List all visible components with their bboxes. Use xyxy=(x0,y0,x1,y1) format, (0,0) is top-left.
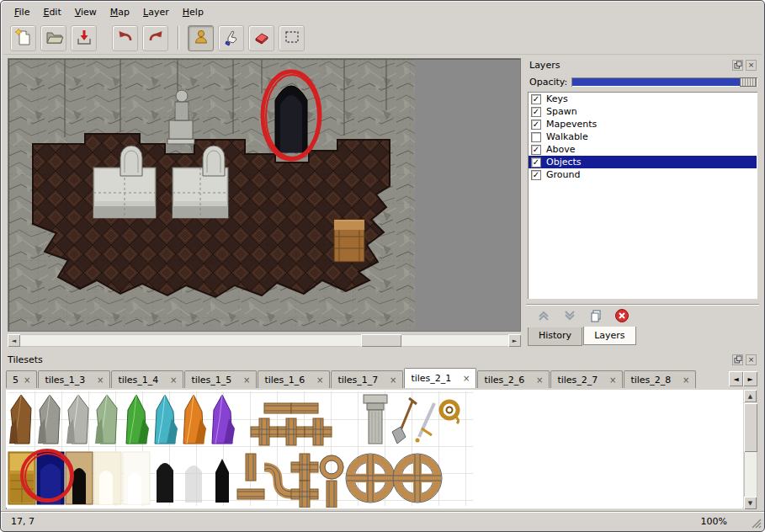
layer-name: Ground xyxy=(546,169,580,180)
open-file-button[interactable] xyxy=(40,25,66,51)
tileset-vertical-scrollbar[interactable]: ▲ ▼ xyxy=(744,390,757,509)
tileset-tab-tiles_2_8[interactable]: tiles_2_8× xyxy=(624,370,696,388)
stamp-tool-button[interactable] xyxy=(188,25,214,51)
fill-tool-icon xyxy=(222,28,241,49)
toolbar xyxy=(3,22,762,55)
duplicate-layer-button[interactable] xyxy=(587,307,605,324)
layer-name: Mapevents xyxy=(546,119,597,130)
menu-edit[interactable]: Edit xyxy=(37,4,66,20)
menu-map[interactable]: Map xyxy=(104,4,135,20)
tab-close-icon[interactable]: × xyxy=(24,375,30,385)
tab-label: tiles_1_3 xyxy=(45,375,85,386)
scroll-down-button[interactable]: ▼ xyxy=(744,497,757,509)
tileset-canvas[interactable] xyxy=(6,390,743,509)
tab-close-icon[interactable]: × xyxy=(609,375,616,385)
layer-name: Objects xyxy=(546,157,582,168)
select-tool-button[interactable] xyxy=(279,25,305,51)
opacity-slider[interactable] xyxy=(571,77,757,87)
layer-row-objects[interactable]: ✓Objects xyxy=(529,156,757,168)
fill-tool-button[interactable] xyxy=(218,25,244,51)
save-file-button[interactable] xyxy=(71,25,97,51)
tile-track-vertical[interactable] xyxy=(327,481,337,508)
layer-visibility-checkbox[interactable] xyxy=(531,132,541,142)
tileset-tab-tiles_2_7[interactable]: tiles_2_7× xyxy=(550,370,623,388)
tile-track-roundabout[interactable] xyxy=(346,454,395,503)
layer-visibility-checkbox[interactable]: ✓ xyxy=(531,157,541,168)
tab-close-icon[interactable]: × xyxy=(243,375,250,385)
layer-visibility-checkbox[interactable]: ✓ xyxy=(531,120,541,130)
tab-close-icon[interactable]: × xyxy=(536,375,543,385)
eraser-tool-button[interactable] xyxy=(248,25,274,51)
panel-tab-history[interactable]: History xyxy=(528,327,582,346)
resize-grip[interactable] xyxy=(751,518,762,529)
tile-track-straight[interactable] xyxy=(264,403,291,413)
layer-visibility-checkbox[interactable]: ✓ xyxy=(531,145,541,155)
tile-track-straight[interactable] xyxy=(237,489,264,499)
tileset-tab-tiles_1_6[interactable]: tiles_1_6× xyxy=(258,370,330,388)
tab-close-icon[interactable]: × xyxy=(390,375,396,385)
opacity-label: Opacity: xyxy=(526,77,571,88)
menu-layer[interactable]: Layer xyxy=(137,4,175,20)
scroll-left-button[interactable]: ◄ xyxy=(8,334,20,347)
tab-label: tiles_2_6 xyxy=(484,375,524,386)
scroll-up-button[interactable]: ▲ xyxy=(744,390,757,402)
menu-view[interactable]: View xyxy=(69,4,103,20)
float-panel-button[interactable] xyxy=(732,60,743,71)
layer-visibility-checkbox[interactable]: ✓ xyxy=(531,94,541,104)
tile-track-straight[interactable] xyxy=(291,403,318,413)
tab-close-icon[interactable]: × xyxy=(170,375,177,385)
tab-scroll-left-button[interactable]: ◄ xyxy=(729,371,743,386)
scroll-right-button[interactable]: ► xyxy=(508,334,521,347)
close-panel-button[interactable]: × xyxy=(746,60,757,71)
tab-close-icon[interactable]: × xyxy=(316,375,323,385)
layer-visibility-checkbox[interactable]: ✓ xyxy=(531,107,541,117)
tab-close-icon[interactable]: × xyxy=(97,375,104,385)
scroll-down-icon: ▼ xyxy=(748,500,752,507)
tileset-tabs: 5×tiles_1_3×tiles_1_4×tiles_1_5×tiles_1_… xyxy=(6,368,727,388)
layer-row-spawn[interactable]: ✓Spawn xyxy=(529,105,757,118)
scrollbar-thumb[interactable] xyxy=(744,403,757,452)
close-tilesets-button[interactable]: × xyxy=(746,354,757,365)
tileset-tab-tiles_1_4[interactable]: tiles_1_4× xyxy=(111,370,183,388)
tileset-tab-tiles_1_7[interactable]: tiles_1_7× xyxy=(331,370,403,388)
tab-close-icon[interactable]: × xyxy=(463,374,470,383)
tile-door-pale[interactable] xyxy=(94,452,121,504)
float-tilesets-button[interactable] xyxy=(732,354,743,365)
tile-arch-black[interactable] xyxy=(157,463,173,503)
panel-tab-layers[interactable]: Layers xyxy=(583,327,635,345)
menu-file[interactable]: File xyxy=(8,4,35,20)
layer-row-above[interactable]: ✓Above xyxy=(529,143,757,156)
tile-door-white[interactable] xyxy=(123,452,150,504)
layer-row-mapevents[interactable]: ✓Mapevents xyxy=(529,118,757,130)
tile-track-roundabout[interactable] xyxy=(393,454,442,503)
status-bar: 17, 7 100% xyxy=(1,511,764,531)
map-viewport[interactable] xyxy=(8,58,521,332)
tile-arch-faint[interactable] xyxy=(185,466,202,503)
menu-help[interactable]: Help xyxy=(177,4,210,20)
scrollbar-thumb[interactable] xyxy=(361,334,401,347)
tileset-tab-tiles_1_3[interactable]: tiles_1_3× xyxy=(38,370,110,388)
layer-row-ground[interactable]: ✓Ground xyxy=(529,168,757,181)
tile-track-vertical[interactable] xyxy=(246,454,256,481)
tileset-tab-tiles_2_1[interactable]: tiles_2_1× xyxy=(404,368,476,388)
tileset-tab-5[interactable]: 5× xyxy=(6,370,37,388)
tile-door-tan[interactable] xyxy=(66,452,93,504)
tileset-tab-tiles_1_5[interactable]: tiles_1_5× xyxy=(184,370,257,388)
delete-layer-button[interactable] xyxy=(613,307,631,324)
new-file-button[interactable] xyxy=(10,25,36,51)
layer-row-keys[interactable]: ✓Keys xyxy=(529,93,757,105)
tileset-tab-tiles_2_6[interactable]: tiles_2_6× xyxy=(477,370,550,388)
move-layer-down-button[interactable] xyxy=(560,307,579,324)
undo-button[interactable] xyxy=(112,25,138,51)
redo-button[interactable] xyxy=(142,25,168,51)
tab-close-icon[interactable]: × xyxy=(683,375,689,385)
opacity-slider-handle[interactable] xyxy=(740,77,757,87)
layer-row-walkable[interactable]: Walkable xyxy=(529,130,757,143)
map-horizontal-scrollbar[interactable]: ◄ ► xyxy=(8,334,521,347)
layer-visibility-checkbox[interactable]: ✓ xyxy=(531,170,541,180)
tab-scroll-right-button[interactable]: ► xyxy=(743,371,757,386)
panel-tabs: HistoryLayers xyxy=(528,327,637,346)
scroll-right-icon: ► xyxy=(747,375,752,383)
move-layer-up-button[interactable] xyxy=(534,307,553,324)
tab-label: tiles_1_7 xyxy=(337,375,378,386)
